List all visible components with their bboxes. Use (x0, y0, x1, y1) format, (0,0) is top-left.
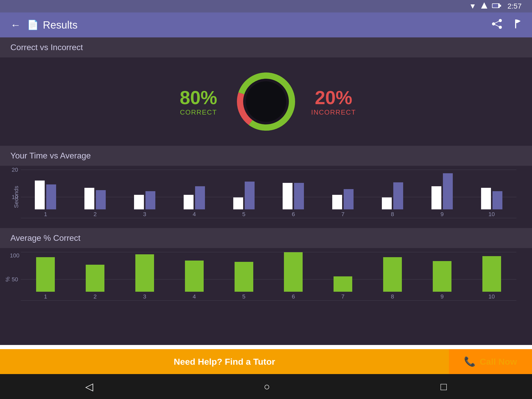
y-label-100: 100 (10, 252, 19, 259)
incorrect-percent: 20% (315, 87, 352, 108)
avg-x-label-4: 4 (193, 293, 196, 300)
time-bar-group-3: 3 (134, 191, 155, 218)
avg-x-label-10: 10 (488, 293, 495, 300)
white-bar-9 (431, 186, 441, 209)
wifi-icon: ▼ (469, 2, 476, 10)
avg-bar-group-4: 4 (185, 261, 204, 300)
time-vs-average-header: Your Time vs Average (0, 146, 532, 166)
time-x-label-2: 2 (94, 211, 97, 218)
white-bar-2 (84, 188, 94, 209)
green-bar-2 (86, 265, 104, 292)
y-label-20: 20 (12, 167, 18, 173)
green-bar-4 (185, 261, 204, 292)
white-bar-1 (35, 181, 45, 209)
time-chart-area: Seconds 20 10 12345678910 (21, 168, 516, 225)
green-bar-6 (284, 252, 303, 292)
y-label-10: 10 (12, 194, 18, 201)
time-x-label-4: 4 (193, 211, 196, 218)
white-bar-10 (481, 188, 491, 209)
time-bar-group-1: 1 (35, 181, 56, 218)
green-bar-3 (135, 254, 154, 292)
incorrect-sublabel: INCORRECT (311, 108, 356, 116)
time-x-label-3: 3 (143, 211, 146, 218)
white-bar-5 (233, 197, 243, 209)
green-bar-7 (334, 276, 352, 292)
signal-icon (481, 2, 488, 11)
time-x-label-6: 6 (292, 211, 295, 218)
blue-bar-9 (443, 173, 453, 209)
time-vs-average-title: Your Time vs Average (10, 151, 91, 160)
avg-x-label-2: 2 (94, 293, 97, 300)
avg-y-axis-label: % (4, 277, 11, 282)
avg-chart-area: % 100 50 12345678910 (21, 251, 516, 308)
avg-x-axis (21, 300, 516, 301)
avg-bar-group-8: 8 (383, 257, 402, 300)
white-bar-4 (184, 195, 194, 209)
avg-bar-group-1: 1 (36, 257, 55, 300)
green-bar-9 (433, 261, 451, 292)
avg-bar-group-9: 9 (433, 261, 451, 300)
time-x-label-8: 8 (391, 211, 394, 218)
blue-bar-7 (344, 189, 354, 209)
donut-container: 80% CORRECT 20% INCORRECT (165, 68, 367, 135)
back-button[interactable]: ← (10, 19, 21, 31)
donut-section: 80% CORRECT 20% INCORRECT (0, 57, 532, 146)
time-vs-average-section: Your Time vs Average Seconds 20 10 12345… (0, 146, 532, 228)
phone-icon: 📞 (464, 356, 476, 367)
time-bar-group-5: 5 (233, 182, 255, 218)
ad-bar-left[interactable]: Need Help? Find a Tutor (0, 349, 449, 374)
time-bar-group-6: 6 (283, 183, 304, 218)
avg-x-label-3: 3 (143, 293, 146, 300)
battery-icon (492, 2, 501, 10)
time-bar-group-7: 7 (332, 189, 354, 218)
avg-correct-header: Average % Correct (0, 228, 532, 248)
results-icon: 📄 (27, 19, 39, 30)
avg-correct-title: Average % Correct (10, 233, 81, 243)
time-x-label-5: 5 (242, 211, 245, 218)
ad-bar: Need Help? Find a Tutor 📞 Call Now (0, 349, 532, 374)
time-bar-group-2: 2 (84, 188, 106, 218)
app-actions (491, 18, 522, 32)
white-bar-8 (382, 197, 392, 209)
correct-sublabel: CORRECT (180, 108, 217, 116)
status-bar: ▼ 2:57 (0, 0, 532, 12)
flag-button[interactable] (511, 18, 522, 32)
gap-bar (0, 345, 532, 349)
call-now-button[interactable]: 📞 Call Now (449, 349, 532, 374)
share-button[interactable] (491, 18, 502, 32)
time-x-label-1: 1 (44, 211, 47, 218)
green-bar-5 (235, 262, 253, 292)
time-bar-group-9: 9 (431, 173, 453, 218)
status-time: 2:57 (508, 2, 522, 10)
avg-bar-group-2: 2 (86, 265, 104, 300)
blue-bar-2 (96, 190, 106, 209)
green-bar-8 (383, 257, 402, 292)
blue-bar-3 (145, 191, 155, 209)
svg-point-12 (246, 81, 286, 122)
correct-percent: 80% (180, 87, 217, 108)
avg-correct-section: Average % Correct % 100 50 12345678910 (0, 228, 532, 345)
donut-chart (232, 68, 300, 135)
avg-x-label-9: 9 (441, 293, 444, 300)
avg-bar-group-3: 3 (135, 254, 154, 300)
avg-x-label-6: 6 (292, 293, 295, 300)
blue-bar-10 (493, 191, 502, 209)
time-bar-group-10: 10 (481, 188, 502, 218)
nav-bar: ◁ ○ □ (0, 374, 532, 399)
white-bar-6 (283, 183, 292, 209)
call-now-text: Call Now (480, 357, 517, 367)
nav-home-button[interactable]: ○ (264, 381, 270, 393)
svg-line-8 (494, 24, 500, 27)
y-label-50: 50 (12, 276, 18, 283)
time-bar-group-8: 8 (382, 182, 403, 218)
green-bar-1 (36, 257, 55, 292)
svg-rect-2 (500, 5, 501, 7)
status-icons: ▼ 2:57 (469, 2, 522, 11)
correct-incorrect-title: Correct vs Incorrect (10, 43, 83, 52)
time-bar-group-4: 4 (184, 186, 205, 218)
nav-back-button[interactable]: ◁ (85, 381, 93, 393)
green-bar-10 (482, 256, 501, 292)
nav-recent-button[interactable]: □ (441, 381, 447, 393)
app-bar: ← 📄 Results (0, 12, 532, 37)
svg-rect-3 (493, 4, 498, 8)
